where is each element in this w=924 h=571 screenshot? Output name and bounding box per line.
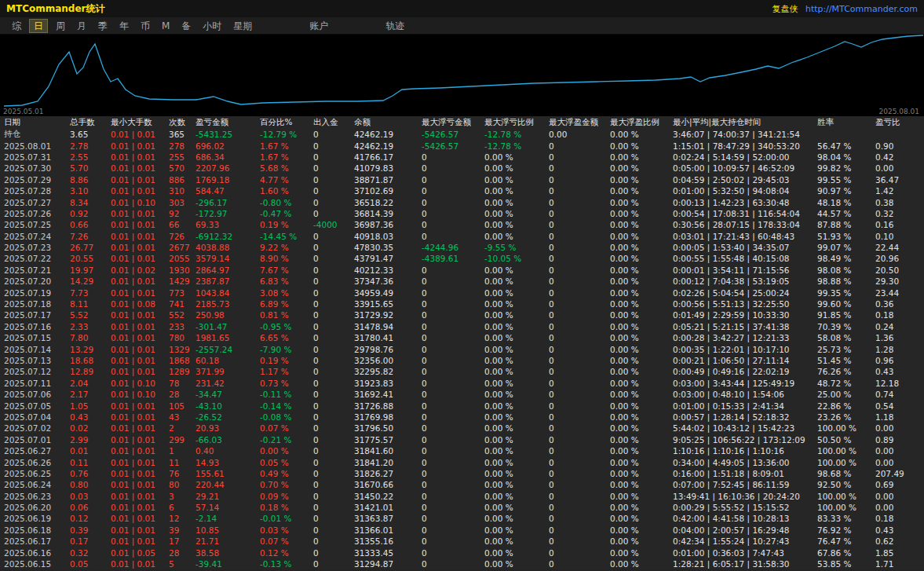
- table-row[interactable]: 2025.07.012.990.01 | 0.01299-66.03-0.21 …: [0, 434, 924, 445]
- cell-date: 2025.07.16: [4, 322, 70, 331]
- cell-max_float_loss: 0: [422, 186, 484, 196]
- column-header-pl_ratio[interactable]: 盈亏比: [875, 117, 922, 128]
- tab-小时[interactable]: 小时: [199, 20, 225, 32]
- column-header-max_float_profit_pct[interactable]: 最大浮盈比例: [610, 117, 673, 128]
- table-row[interactable]: 2025.07.157.800.01 | 0.017801981.656.65 …: [0, 332, 924, 343]
- cell-hold_time: 9:05:25 | 106:56:22 | 173:12:09: [673, 435, 817, 445]
- tab-币[interactable]: 币: [137, 20, 154, 32]
- table-row[interactable]: 2025.08.012.780.01 | 0.01278696.021.67 %…: [0, 140, 924, 151]
- cell-pl_ratio: 20.96: [875, 254, 922, 263]
- cell-max_float_profit_pct: 0.00 %: [610, 232, 673, 241]
- cell-cash: -4000: [313, 220, 354, 229]
- table-row[interactable]: 2025.07.062.170.01 | 0.1028-34.47-0.11 %…: [0, 389, 924, 400]
- cell-count: 2: [169, 423, 195, 433]
- tab-年[interactable]: 年: [115, 20, 133, 32]
- table-row[interactable]: 2025.06.240.800.01 | 0.0180220.440.70 %0…: [0, 479, 924, 490]
- table-row[interactable]: 2025.06.250.760.01 | 0.0176155.610.49 %0…: [0, 468, 924, 479]
- cell-count: 28: [169, 548, 195, 558]
- table-row[interactable]: 2025.07.2119.970.01 | 0.0219302864.977.6…: [0, 265, 924, 276]
- table-row[interactable]: 持仓3.650.01 | 0.01365-5431.25-12.79 %0424…: [0, 129, 924, 140]
- cell-max_float_loss: 0: [422, 480, 484, 489]
- table-row[interactable]: 2025.06.170.170.01 | 0.011721.710.07 %03…: [0, 536, 924, 547]
- trajectory-tab[interactable]: 轨迹: [382, 20, 408, 32]
- cell-max_float_profit: 0: [549, 310, 610, 320]
- table-row[interactable]: 2025.07.2220.550.01 | 0.0120553579.148.9…: [0, 253, 924, 264]
- cell-pnl: -6912.32: [195, 232, 260, 241]
- table-row[interactable]: 2025.07.2326.770.01 | 0.0126774038.889.2…: [0, 242, 924, 253]
- cell-minmax: 0.01 | 0.01: [111, 514, 169, 523]
- tab-月[interactable]: 月: [73, 20, 90, 32]
- tab-星期[interactable]: 星期: [229, 20, 256, 32]
- table-row[interactable]: 2025.07.1318.680.01 | 0.01186860.180.19 …: [0, 355, 924, 366]
- tab-日[interactable]: 日: [29, 19, 48, 33]
- column-header-pct[interactable]: 百分比%: [260, 117, 313, 128]
- cell-max_float_loss: 0: [422, 310, 484, 320]
- tab-周[interactable]: 周: [52, 20, 69, 32]
- column-header-lots[interactable]: 总手数: [70, 117, 111, 128]
- table-row[interactable]: 2025.07.051.050.01 | 0.01105-43.10-0.14 …: [0, 400, 924, 411]
- cell-count: 2055: [169, 254, 195, 263]
- table-row[interactable]: 2025.07.040.430.01 | 0.0143-26.52-0.08 %…: [0, 412, 924, 423]
- cell-max_float_profit_pct: 0.00 %: [610, 276, 673, 286]
- cell-date: 2025.07.04: [4, 412, 70, 422]
- table-row[interactable]: 2025.06.200.060.01 | 0.01657.140.18 %031…: [0, 502, 924, 513]
- table-row[interactable]: 2025.07.162.330.01 | 0.01233-301.47-0.95…: [0, 321, 924, 332]
- cell-cash: 0: [313, 299, 354, 309]
- cell-pnl: 1769.18: [195, 175, 260, 185]
- table-row[interactable]: 2025.06.160.320.01 | 0.052838.580.12 %03…: [0, 547, 924, 558]
- table-row[interactable]: 2025.07.188.110.01 | 0.087412185.736.89 …: [0, 298, 924, 309]
- table-row[interactable]: 2025.07.278.340.01 | 0.10303-296.17-0.80…: [0, 196, 924, 207]
- column-header-win_rate[interactable]: 胜率: [817, 117, 875, 128]
- table-row[interactable]: 2025.06.260.110.01 | 0.011114.930.05 %03…: [0, 456, 924, 467]
- brand-url-link[interactable]: http://MTCommander.com: [805, 4, 918, 14]
- cell-max_float_profit_pct: 0.00 %: [610, 379, 673, 388]
- table-row[interactable]: 2025.07.312.550.01 | 0.01255686.341.67 %…: [0, 152, 924, 163]
- table-row[interactable]: 2025.06.190.120.01 | 0.0112-2.14-0.01 %0…: [0, 513, 924, 524]
- column-header-max_float_loss_pct[interactable]: 最大浮亏比例: [484, 117, 549, 128]
- account-tab[interactable]: 账户: [305, 20, 332, 32]
- cell-pct: -0.95 %: [260, 322, 313, 331]
- table-row[interactable]: 2025.07.298.860.01 | 0.018861769.184.77 …: [0, 174, 924, 185]
- column-header-max_float_profit[interactable]: 最大浮盈金额: [549, 117, 610, 128]
- cell-pct: 1.60 %: [260, 186, 313, 196]
- column-header-count[interactable]: 次数: [169, 117, 195, 128]
- cell-date: 2025.06.27: [4, 446, 70, 456]
- table-row[interactable]: 2025.07.2014.290.01 | 0.0114292387.876.8…: [0, 276, 924, 287]
- table-row[interactable]: 2025.07.305.700.01 | 0.015702207.965.68 …: [0, 163, 924, 174]
- column-header-pnl[interactable]: 盈亏金额: [195, 117, 260, 128]
- table-row[interactable]: 2025.07.175.520.01 | 0.01552250.980.81 %…: [0, 309, 924, 320]
- cell-max_float_loss_pct: 0.00 %: [484, 276, 549, 286]
- cell-max_float_profit: 0: [549, 379, 610, 388]
- table-row[interactable]: 2025.07.247.260.01 | 0.01726-6912.32-14.…: [0, 231, 924, 242]
- tab-综[interactable]: 综: [8, 20, 25, 32]
- cell-pnl: 2207.96: [195, 163, 260, 173]
- cell-pnl: 20.93: [195, 423, 260, 433]
- column-header-balance[interactable]: 余额: [354, 117, 422, 128]
- cell-pct: 1.17 %: [260, 367, 313, 376]
- cell-pct: 4.77 %: [260, 175, 313, 185]
- column-header-max_float_loss[interactable]: 最大浮亏金额: [422, 117, 484, 128]
- table-row[interactable]: 2025.07.1212.890.01 | 0.011289371.991.17…: [0, 366, 924, 377]
- table-row[interactable]: 2025.07.020.020.01 | 0.01220.930.07 %031…: [0, 423, 924, 434]
- table-row[interactable]: 2025.06.230.030.01 | 0.01329.210.09 %031…: [0, 491, 924, 502]
- table-row[interactable]: 2025.06.270.010.01 | 0.0110.400.00 %0318…: [0, 445, 924, 456]
- table-row[interactable]: 2025.06.150.050.01 | 0.015-39.41-0.13 %0…: [0, 558, 924, 569]
- table-row[interactable]: 2025.07.1413.290.01 | 0.011329-2557.24-7…: [0, 343, 924, 354]
- cell-pct: 0.73 %: [260, 379, 313, 388]
- table-row[interactable]: 2025.07.250.660.01 | 0.016669.330.19 %-4…: [0, 219, 924, 230]
- table-row[interactable]: 2025.07.283.100.01 | 0.01310584.471.60 %…: [0, 185, 924, 196]
- column-header-date[interactable]: 日期: [4, 117, 70, 128]
- column-header-hold_time[interactable]: 最小|平均|最大持仓时间: [673, 117, 817, 128]
- tab-季[interactable]: 季: [94, 20, 111, 32]
- tab-备[interactable]: 备: [177, 20, 195, 32]
- cell-max_float_profit: 0: [549, 469, 610, 478]
- table-row[interactable]: 2025.07.260.920.01 | 0.0192-172.97-0.47 …: [0, 208, 924, 219]
- column-header-cash[interactable]: 出入金: [313, 117, 354, 128]
- table-row[interactable]: 2025.06.180.390.01 | 0.013910.850.03 %03…: [0, 525, 924, 536]
- table-row[interactable]: 2025.07.112.040.01 | 0.1078231.420.73 %0…: [0, 378, 924, 389]
- tab-M[interactable]: M: [158, 20, 173, 32]
- column-header-minmax[interactable]: 最小大手数: [111, 117, 169, 128]
- cell-win_rate: 99.55 %: [817, 175, 875, 185]
- table-row[interactable]: 2025.07.197.730.01 | 0.017731043.843.08 …: [0, 287, 924, 298]
- cell-minmax: 0.01 | 0.01: [111, 175, 169, 185]
